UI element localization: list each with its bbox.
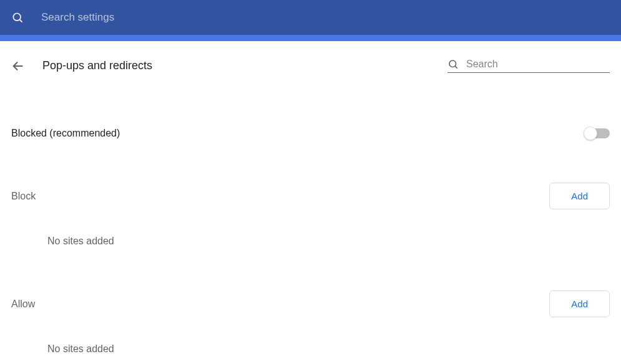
block-empty-text: No sites added bbox=[47, 236, 610, 247]
block-add-button[interactable]: Add bbox=[549, 183, 610, 209]
blocked-toggle-row: Blocked (recommended) bbox=[11, 128, 610, 139]
page-title: Pop-ups and redirects bbox=[42, 59, 152, 72]
allow-section-label: Allow bbox=[11, 299, 35, 310]
svg-line-4 bbox=[455, 66, 457, 69]
svg-point-3 bbox=[449, 60, 456, 67]
svg-point-0 bbox=[13, 13, 21, 21]
page-search-input[interactable] bbox=[466, 59, 610, 70]
block-section-label: Block bbox=[11, 191, 36, 202]
page-search-field[interactable] bbox=[447, 59, 610, 73]
back-arrow-icon[interactable] bbox=[11, 59, 25, 73]
accent-bar bbox=[0, 35, 621, 41]
search-icon[interactable] bbox=[11, 11, 24, 24]
top-search-placeholder[interactable]: Search settings bbox=[41, 11, 114, 24]
allow-section-header: Allow Add bbox=[11, 290, 610, 317]
search-icon bbox=[447, 59, 459, 70]
allow-add-button[interactable]: Add bbox=[549, 290, 610, 317]
allow-empty-text: No sites added bbox=[47, 343, 610, 355]
toggle-knob bbox=[584, 127, 597, 140]
settings-top-bar: Search settings bbox=[0, 0, 621, 35]
blocked-toggle[interactable] bbox=[585, 128, 610, 138]
page-header: Pop-ups and redirects bbox=[11, 41, 610, 85]
blocked-toggle-label: Blocked (recommended) bbox=[11, 128, 120, 139]
block-section-header: Block Add bbox=[11, 183, 610, 209]
svg-line-1 bbox=[20, 20, 22, 22]
